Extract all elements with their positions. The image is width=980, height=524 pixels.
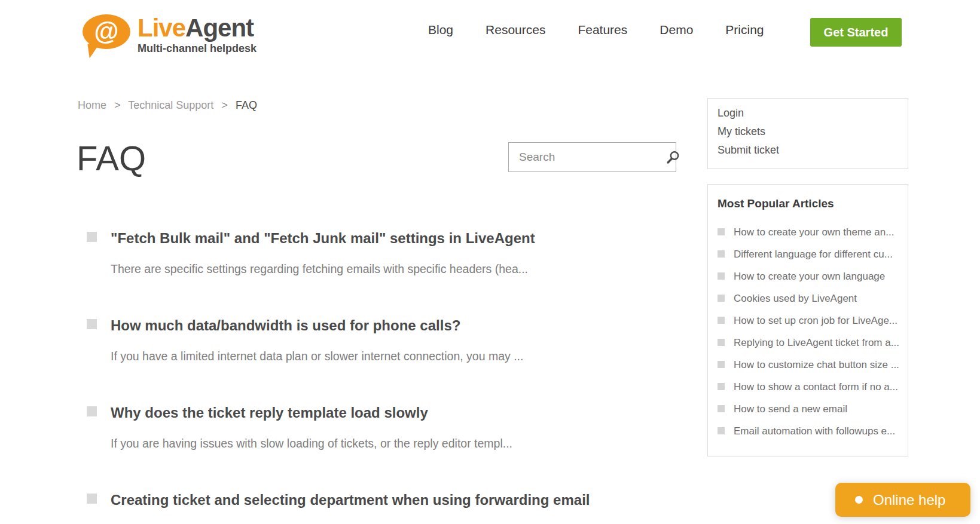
nav-item-features[interactable]: Features [578, 23, 627, 37]
square-bullet-icon [718, 405, 725, 412]
brand-text: LiveAgent Multi-channel helpdesk [138, 14, 257, 55]
square-bullet-icon [87, 406, 97, 416]
popular-article-link[interactable]: How to customize chat button size ... [718, 358, 899, 373]
faq-article-item: Creating ticket and selecting department… [87, 491, 691, 510]
square-bullet-icon [718, 272, 725, 280]
nav-item-blog[interactable]: Blog [428, 23, 453, 37]
brand-name: LiveAgent [138, 14, 257, 42]
popular-article-link[interactable]: Different language for different cu... [718, 248, 899, 262]
square-bullet-icon [718, 250, 725, 258]
faq-article-title[interactable]: Why does the ticket reply template load … [111, 403, 691, 422]
nav-item-demo[interactable]: Demo [660, 23, 693, 37]
popular-article-label: Different language for different cu... [734, 249, 893, 260]
popular-article-label: How to create your own language [734, 271, 885, 282]
square-bullet-icon [718, 427, 725, 434]
square-bullet-icon [87, 232, 97, 242]
submit-ticket-link[interactable]: Submit ticket [718, 145, 908, 155]
square-bullet-icon [718, 295, 725, 302]
faq-article-item: How much data/bandwidth is used for phon… [87, 316, 691, 364]
liveagent-logo[interactable]: @ LiveAgent Multi-channel helpdesk [83, 14, 257, 55]
square-bullet-icon [718, 361, 725, 368]
breadcrumb-home[interactable]: Home [78, 99, 106, 111]
square-bullet-icon [87, 494, 97, 504]
search-box [508, 142, 676, 172]
online-help-label: Online help [873, 492, 945, 508]
breadcrumb-separator: > [114, 99, 121, 111]
square-bullet-icon [718, 383, 725, 390]
square-bullet-icon [718, 339, 725, 346]
popular-article-label: How to create your own theme an... [734, 226, 894, 238]
popular-article-label: How to show a contact form if no a... [734, 381, 898, 393]
main-nav: Blog Resources Features Demo Pricing [428, 23, 764, 37]
faq-article-excerpt: If you have a limited internet data plan… [111, 348, 691, 364]
nav-item-pricing[interactable]: Pricing [725, 23, 764, 37]
speech-bubble-icon: @ [83, 14, 130, 49]
popular-article-link[interactable]: How to create your own language [718, 270, 899, 284]
nav-item-resources[interactable]: Resources [486, 23, 545, 37]
at-symbol: @ [94, 19, 119, 44]
popular-article-label: How to send a new email [734, 403, 847, 415]
popular-article-label: Email automation with followups e... [734, 425, 895, 437]
breadcrumb: Home > Technical Support > FAQ [78, 99, 257, 112]
faq-article-title[interactable]: "Fetch Bulk mail" and "Fetch Junk mail" … [111, 229, 691, 248]
breadcrumb-current-faq: FAQ [236, 99, 257, 111]
square-bullet-icon [718, 228, 725, 235]
brand-agent: Agent [185, 14, 254, 42]
faq-article-excerpt: There are specific settings regarding fe… [111, 261, 691, 277]
popular-article-link[interactable]: How to create your own theme an... [718, 226, 899, 240]
faq-article-item: "Fetch Bulk mail" and "Fetch Junk mail" … [87, 229, 691, 277]
faq-article-title[interactable]: How much data/bandwidth is used for phon… [111, 316, 691, 335]
breadcrumb-separator: > [221, 99, 228, 111]
faq-article-list: "Fetch Bulk mail" and "Fetch Junk mail" … [87, 229, 691, 524]
my-tickets-link[interactable]: My tickets [718, 126, 908, 137]
faq-article-item: Why does the ticket reply template load … [87, 403, 691, 451]
popular-article-link[interactable]: Replying to LiveAgent ticket from a... [718, 336, 899, 351]
search-input[interactable] [509, 151, 665, 164]
faq-article-excerpt: If you are having issues with slow loadi… [111, 436, 691, 451]
popular-article-label: Replying to LiveAgent ticket from a... [734, 337, 899, 348]
status-dot-icon [855, 496, 863, 504]
magnifier-icon[interactable] [665, 150, 680, 165]
page-title: FAQ [77, 140, 146, 177]
account-box: Login My tickets Submit ticket [707, 98, 908, 169]
popular-article-link[interactable]: How to send a new email [718, 403, 899, 417]
popular-article-label: How to customize chat button size ... [734, 359, 899, 370]
square-bullet-icon [718, 317, 725, 324]
most-popular-articles-box: Most Popular Articles How to create your… [707, 184, 908, 456]
get-started-button[interactable]: Get Started [810, 18, 902, 47]
login-link[interactable]: Login [718, 108, 908, 118]
square-bullet-icon [87, 319, 97, 329]
faq-article-title[interactable]: Creating ticket and selecting department… [111, 491, 691, 510]
popular-article-link[interactable]: Cookies used by LiveAgent [718, 292, 899, 307]
popular-article-link[interactable]: Email automation with followups e... [718, 425, 899, 439]
online-help-button[interactable]: Online help [835, 483, 970, 517]
most-popular-articles-title: Most Popular Articles [718, 197, 899, 210]
breadcrumb-technical-support[interactable]: Technical Support [128, 99, 213, 111]
popular-article-link[interactable]: How to show a contact form if no a... [718, 381, 899, 395]
popular-article-label: How to set up cron job for LiveAge... [734, 315, 897, 326]
brand-tagline: Multi-channel helpdesk [138, 42, 257, 55]
popular-article-link[interactable]: How to set up cron job for LiveAge... [718, 314, 899, 329]
most-popular-articles-list: How to create your own theme an... Diffe… [718, 226, 899, 439]
brand-live: Live [138, 14, 185, 42]
popular-article-label: Cookies used by LiveAgent [734, 293, 857, 304]
